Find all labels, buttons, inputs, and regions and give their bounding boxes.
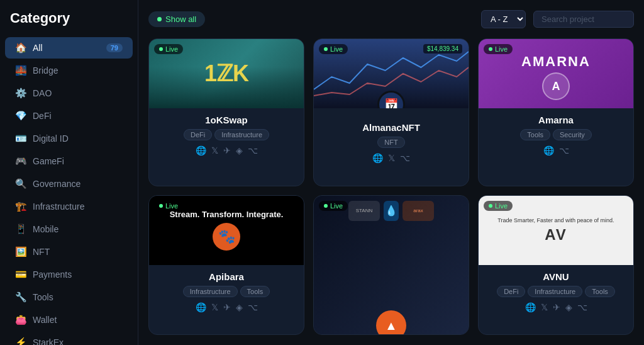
governance-icon: 🔍 (15, 178, 26, 189)
search-input[interactable] (533, 11, 634, 28)
discord-link-icon[interactable]: ◈ (565, 302, 572, 312)
telegram-link-icon[interactable]: ✈ (223, 145, 231, 156)
github-link-icon[interactable]: ⌥ (559, 145, 569, 156)
live-dot (489, 47, 492, 51)
tag[interactable]: Infrastructure (214, 129, 269, 140)
card-name-avnu: AVNU (486, 271, 626, 282)
live-badge: Live (154, 44, 183, 54)
tools-icon: 🔧 (15, 291, 26, 303)
tag[interactable]: DeFi (497, 286, 525, 297)
card-links-almanac: 🌐 𝕏 ⌥ (321, 153, 461, 163)
sidebar-item-label: Bridge (33, 65, 123, 76)
web-link-icon[interactable]: 🌐 (196, 302, 206, 312)
discord-link-icon[interactable]: ◈ (236, 145, 243, 156)
tag[interactable]: Infrastructure (183, 286, 238, 297)
card-image-amarna: Live AMARNA A (479, 39, 633, 108)
github-link-icon[interactable]: ⌥ (400, 153, 410, 163)
main-content: Show all A - Z Live 1ℤK 1oKSwap (138, 0, 644, 345)
tag[interactable]: Tools (240, 286, 270, 297)
web-link-icon[interactable]: 🌐 (525, 302, 536, 312)
sidebar-item-label: DeFi (33, 111, 123, 121)
wallet-icon: 👛 (15, 314, 26, 325)
card-body-argentx: Argent X DeFi Digital ID GameFi NFT Wall… (314, 334, 469, 335)
show-all-button[interactable]: Show all (148, 11, 205, 27)
bridge-icon: 🌉 (15, 65, 26, 76)
card-tags-apibara: Infrastructure Tools (157, 286, 296, 297)
web-link-icon[interactable]: 🌐 (196, 145, 206, 156)
amarna-brand-text: AMARNA (479, 54, 633, 70)
topbar: Show all A - Z (148, 10, 634, 28)
github-link-icon[interactable]: ⌥ (248, 145, 258, 156)
sort-select[interactable]: A - Z (481, 10, 526, 28)
sidebar-item-label: Tools (33, 292, 123, 302)
sidebar-item-all[interactable]: 🏠 All 79 (5, 37, 133, 59)
live-badge: Live (319, 44, 348, 54)
sidebar-item-label: All (33, 43, 100, 53)
web-link-icon[interactable]: 🌐 (372, 153, 383, 163)
live-dot (324, 47, 328, 51)
twitter-link-icon[interactable]: 𝕏 (541, 302, 548, 312)
live-text: Live (495, 202, 508, 210)
apibara-tagline: Stream. Transform. Integrate. (170, 210, 284, 219)
telegram-link-icon[interactable]: ✈ (553, 302, 560, 312)
sidebar-item-label: StarkEx (33, 337, 123, 345)
sidebar-item-bridge[interactable]: 🌉 Bridge (5, 60, 133, 81)
starkex-icon: ⚡ (15, 337, 26, 345)
sidebar-item-dao[interactable]: ⚙️ DAO (5, 82, 133, 104)
telegram-link-icon[interactable]: ✈ (223, 302, 231, 312)
card-avnu: Live Trade Smarter, Faster and with peac… (478, 195, 634, 336)
argentx-logo: ▲ (376, 310, 406, 334)
sidebar-item-gamefi[interactable]: 🎮 GameFi (5, 150, 133, 172)
twitter-link-icon[interactable]: 𝕏 (211, 302, 218, 312)
tag[interactable]: NFT (377, 137, 404, 148)
sidebar-item-tools[interactable]: 🔧 Tools (5, 286, 133, 308)
card-name-apibara: Apibara (157, 271, 296, 282)
apibara-logo: 🐾 (213, 223, 240, 251)
card-image-argentx: Live STANN 💧 arax ▲ (314, 196, 469, 335)
sidebar-item-mobile[interactable]: 📱 Mobile (5, 218, 133, 240)
sidebar-item-digital-id[interactable]: 🪪 Digital ID (5, 128, 133, 149)
github-link-icon[interactable]: ⌥ (577, 302, 587, 312)
sidebar: Category 🏠 All 79 🌉 Bridge ⚙️ DAO 💎 DeFi… (0, 0, 138, 345)
show-all-label: Show all (165, 14, 196, 24)
card-links-amarna: 🌐 ⌥ (486, 145, 626, 156)
card-amarna: Live AMARNA A Amarna Tools Security 🌐 ⌥ (478, 38, 634, 186)
card-tags-avnu: DeFi Infrastructure Tools (486, 286, 626, 297)
card-body-amarna: Amarna Tools Security 🌐 ⌥ (479, 108, 633, 186)
sidebar-item-payments[interactable]: 💳 Payments (5, 264, 133, 285)
sidebar-item-label: Digital ID (33, 133, 123, 144)
live-badge: Live (484, 201, 513, 211)
twitter-link-icon[interactable]: 𝕏 (388, 153, 395, 163)
live-dot (324, 204, 328, 208)
card-1okswap: Live 1ℤK 1oKSwap DeFi Infrastructure 🌐 𝕏… (148, 38, 304, 186)
card-tags-1okswap: DeFi Infrastructure (157, 129, 296, 140)
card-body-almanac: AlmanacNFT NFT 🌐 𝕏 ⌥ (314, 108, 469, 186)
twitter-link-icon[interactable]: 𝕏 (211, 145, 218, 156)
sidebar-item-label: Wallet (33, 315, 123, 325)
discord-link-icon[interactable]: ◈ (236, 302, 243, 312)
card-image-avnu: Live Trade Smarter, Faster and with peac… (479, 196, 633, 265)
tag[interactable]: Tools (585, 286, 615, 297)
project-grid: Live 1ℤK 1oKSwap DeFi Infrastructure 🌐 𝕏… (148, 38, 634, 335)
web-link-icon[interactable]: 🌐 (543, 145, 554, 156)
sidebar-item-starkex[interactable]: ⚡ StarkEx (5, 332, 133, 345)
sidebar-item-defi[interactable]: 💎 DeFi (5, 105, 133, 127)
card-name-amarna: Amarna (486, 115, 626, 125)
sidebar-item-label: DAO (33, 88, 123, 98)
sidebar-item-infrastructure[interactable]: 🏗️ Infrastructure (5, 196, 133, 217)
dao-icon: ⚙️ (15, 88, 26, 99)
tag[interactable]: Security (553, 129, 592, 140)
sidebar-item-count: 79 (106, 43, 123, 52)
sidebar-item-governance[interactable]: 🔍 Governance (5, 173, 133, 195)
live-text: Live (495, 45, 508, 53)
github-link-icon[interactable]: ⌥ (248, 302, 258, 312)
card-links-avnu: 🌐 𝕏 ✈ ◈ ⌥ (486, 302, 626, 312)
payments-icon: 💳 (15, 269, 26, 280)
amarna-circle-logo: A (542, 72, 570, 100)
sidebar-item-nft[interactable]: 🖼️ NFT (5, 241, 133, 263)
card-body-apibara: Apibara Infrastructure Tools 🌐 𝕏 ✈ ◈ ⌥ (149, 265, 304, 335)
tag[interactable]: DeFi (184, 129, 212, 140)
tag[interactable]: Infrastructure (528, 286, 582, 297)
sidebar-item-wallet[interactable]: 👛 Wallet (5, 309, 133, 331)
tag[interactable]: Tools (520, 129, 550, 140)
